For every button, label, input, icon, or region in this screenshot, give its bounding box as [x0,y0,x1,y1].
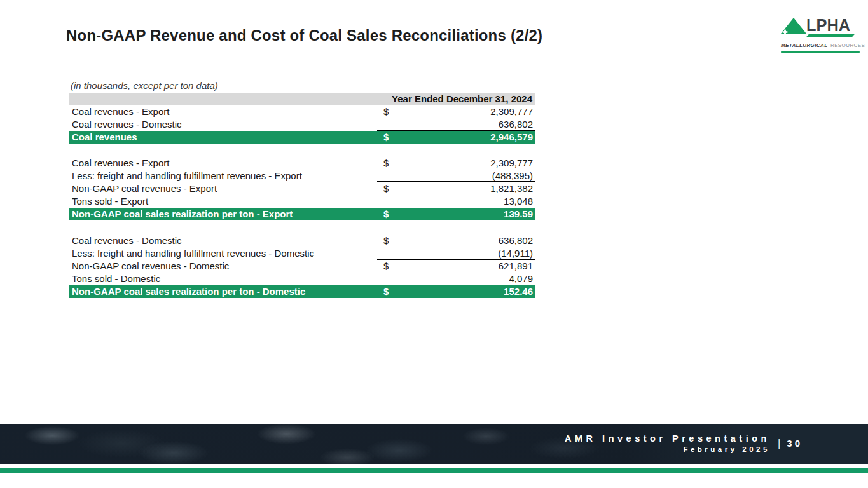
footer-lines: AMR Investor Presentation February 2025 [565,433,770,453]
table-row: Non-GAAP coal revenues - Export $ 1,821,… [69,182,535,195]
row-value: 636,802 [499,234,533,247]
reconciliation-table: Year Ended December 31, 2024 Coal revenu… [69,93,535,298]
row-dollar: $ [383,285,389,298]
row-label: Tons sold - Domestic [72,273,160,285]
page-title: Non-GAAP Revenue and Cost of Coal Sales … [66,27,542,44]
table-units-note: (in thousands, except per ton data) [71,80,218,91]
row-value: 2,946,579 [490,131,533,144]
row-label: Less: freight and handling fulfillment r… [72,170,302,182]
footer-presentation-title: AMR Investor Presentation [565,433,770,444]
row-value: 2,309,777 [490,105,533,118]
footer-text: AMR Investor Presentation February 2025 … [565,433,803,453]
logo-subtitle-bold: METALLURGICAL [781,43,828,48]
footer-date: February 2025 [565,445,770,453]
row-dollar: $ [383,157,389,170]
table-total-row: Coal revenues $ 2,946,579 [69,131,535,144]
row-label: Coal revenues - Export [72,105,169,118]
row-value: 621,891 [499,260,533,273]
table-row: Non-GAAP coal revenues - Domestic $ 621,… [69,260,535,273]
row-label: Non-GAAP coal revenues - Domestic [72,260,229,273]
row-label: Coal revenues - Domestic [72,234,182,247]
row-dollar: $ [383,105,389,118]
row-label: Tons sold - Export [72,195,148,208]
table-row: Less: freight and handling fulfillment r… [69,170,535,182]
page-number: 30 [787,438,803,449]
section-spacer [69,144,535,157]
alpha-triangle-icon [781,18,806,34]
row-dollar: $ [383,131,389,144]
row-value: 636,802 [499,118,533,131]
logo-subtitle: METALLURGICAL RESOURCES [781,38,860,50]
row-value: 4,079 [509,273,533,285]
logo-underbar [781,51,860,53]
row-label: Coal revenues [72,131,137,144]
logo-slant-bar [806,34,855,37]
row-dollar: $ [383,182,389,195]
table-total-row: Non-GAAP coal sales realization per ton … [69,285,535,298]
table-header: Year Ended December 31, 2024 [69,93,535,105]
star-notch-icon [781,28,789,36]
footer-separator: | [778,437,780,450]
company-logo: LPHA METALLURGICAL RESOURCES [781,17,860,53]
table-row: Tons sold - Domestic 4,079 [69,273,535,285]
row-label: Less: freight and handling fulfillment r… [72,247,314,260]
logo-subtitle-light: RESOURCES [830,43,865,48]
logo-wordmark: LPHA [781,17,860,34]
footer-band: AMR Investor Presentation February 2025 … [0,424,868,464]
row-label: Non-GAAP coal sales realization per ton … [72,285,305,298]
row-value: 152.46 [504,285,533,298]
table-row: Coal revenues - Export $ 2,309,777 [69,105,535,118]
table-row: Coal revenues - Export $ 2,309,777 [69,157,535,170]
logo-letters: LPHA [806,18,850,34]
row-label: Coal revenues - Export [72,157,169,170]
row-label: Coal revenues - Domestic [72,118,182,131]
table-row: Coal revenues - Domestic 636,802 [69,118,535,131]
row-value: 2,309,777 [490,157,533,170]
table-total-row: Non-GAAP coal sales realization per ton … [69,208,535,220]
row-label: Non-GAAP coal sales realization per ton … [72,208,293,220]
row-value: 1,821,382 [490,182,533,195]
table-row: Tons sold - Export 13,048 [69,195,535,208]
bottom-green-bar [0,468,868,473]
table-row: Less: freight and handling fulfillment r… [69,247,535,260]
row-value: (14,911) [498,247,533,260]
row-value: (488,395) [492,170,533,182]
table-row: Coal revenues - Domestic $ 636,802 [69,234,535,247]
row-label: Non-GAAP coal revenues - Export [72,182,217,195]
row-dollar: $ [383,208,389,220]
row-dollar: $ [383,234,389,247]
row-dollar: $ [383,260,389,273]
section-spacer [69,220,535,234]
presentation-slide: Non-GAAP Revenue and Cost of Coal Sales … [0,0,868,488]
row-value: 139.59 [504,208,533,220]
row-value: 13,048 [504,195,533,208]
